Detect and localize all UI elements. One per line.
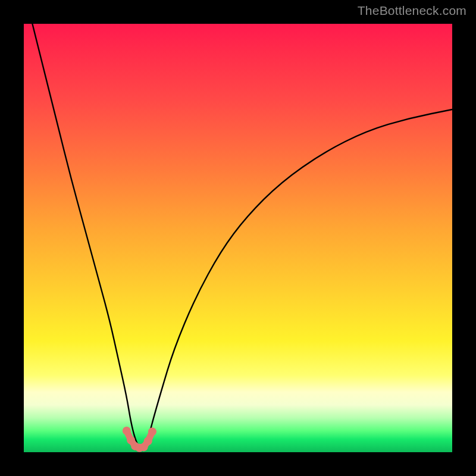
optimal-marker-group [123,427,156,452]
optimal-marker-dot [144,437,152,445]
optimal-marker-dot [148,427,156,436]
optimal-marker-dot [123,427,131,435]
bottleneck-curve [32,24,452,448]
curve-layer [24,24,452,452]
watermark-text: TheBottleneck.com [358,4,466,18]
plot-area [24,24,452,452]
chart-frame: TheBottleneck.com [0,0,476,476]
